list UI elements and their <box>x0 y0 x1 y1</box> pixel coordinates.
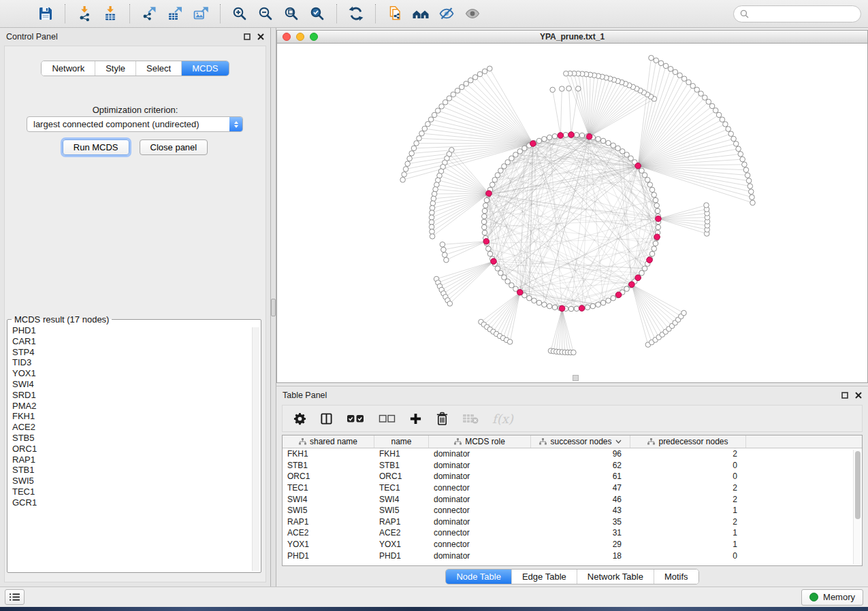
float-panel-icon[interactable] <box>244 33 251 40</box>
export-image-button[interactable] <box>188 3 214 24</box>
show-columns-button[interactable] <box>320 412 333 425</box>
mcds-result-item[interactable]: SWI4 <box>12 379 261 390</box>
table-options-gear-button[interactable] <box>293 412 306 425</box>
run-mcds-button[interactable]: Run MCDS <box>63 139 129 155</box>
select-stepper-icon <box>229 117 242 131</box>
tab-edge-table[interactable]: Edge Table <box>511 569 577 584</box>
table-row[interactable]: YOX1YOX1connector291 <box>283 539 862 550</box>
mcds-result-item[interactable]: PMA2 <box>12 401 261 412</box>
cell-shared-name: SWI5 <box>283 506 374 515</box>
open-file-button[interactable] <box>7 3 33 24</box>
table-scrollbar-thumb[interactable] <box>855 451 861 519</box>
memory-button[interactable]: Memory <box>801 589 863 606</box>
table-row[interactable]: STB1STB1dominator620 <box>283 460 862 472</box>
table-row[interactable]: FKH1FKH1dominator962 <box>283 448 862 460</box>
table-row[interactable]: SWI4SWI4dominator462 <box>283 493 862 505</box>
export-table-button[interactable] <box>162 3 188 24</box>
mcds-result-item[interactable]: TID3 <box>12 357 261 368</box>
mcds-result-item[interactable]: FKH1 <box>12 411 261 422</box>
hide-selected-button[interactable] <box>434 3 460 24</box>
mcds-result-item[interactable]: RAP1 <box>12 455 261 465</box>
cell-predecessor-nodes: 2 <box>630 517 746 527</box>
mcds-result-item[interactable]: GCR1 <box>12 497 261 508</box>
panel-splitter[interactable] <box>270 28 276 587</box>
export-network-button[interactable] <box>136 3 162 24</box>
table-row[interactable]: ORC1ORC1dominator610 <box>283 471 862 482</box>
save-session-button[interactable] <box>33 3 59 24</box>
import-network-button[interactable] <box>71 3 97 24</box>
mcds-result-item[interactable]: STP4 <box>12 347 261 358</box>
table-row[interactable]: PHD1PHD1dominator180 <box>283 550 862 561</box>
tab-network-table[interactable]: Network Table <box>577 569 654 584</box>
close-panel-icon[interactable] <box>855 392 862 399</box>
show-all-button[interactable] <box>460 3 485 24</box>
show-task-history-button[interactable] <box>5 589 25 605</box>
canvas-grip[interactable] <box>573 375 579 381</box>
first-neighbors-button[interactable] <box>408 3 434 24</box>
mcds-result-item[interactable]: PHD1 <box>12 325 261 336</box>
zoom-selected-button[interactable] <box>304 3 330 24</box>
mcds-result-item[interactable]: ORC1 <box>12 444 261 455</box>
column-header-MCDS-role[interactable]: MCDS role <box>429 435 531 448</box>
zoom-fit-button[interactable] <box>278 3 304 24</box>
optimization-criterion-select[interactable]: largest connected component (undirected) <box>27 116 243 132</box>
select-all-rows-button[interactable] <box>347 414 365 423</box>
table-row[interactable]: SWI5SWI5connector431 <box>283 505 862 516</box>
table-row[interactable]: ACE2ACE2connector311 <box>283 527 862 539</box>
table-row[interactable]: RAP1RAP1dominator352 <box>283 516 862 528</box>
import-table-button[interactable] <box>97 3 123 24</box>
tab-style[interactable]: Style <box>95 61 135 76</box>
task-list-icon <box>9 593 20 601</box>
table-row[interactable]: TEC1TEC1connector472 <box>283 482 862 494</box>
column-label: shared name <box>310 437 357 446</box>
mcds-result-item[interactable]: YOX1 <box>12 368 261 379</box>
search-field[interactable] <box>733 5 861 22</box>
column-label: name <box>391 437 411 446</box>
node-table[interactable]: shared namenameMCDS rolesuccessor nodesp… <box>282 435 863 566</box>
column-header-shared-name[interactable]: shared name <box>283 435 374 448</box>
network-canvas[interactable] <box>276 44 868 383</box>
tab-network[interactable]: Network <box>42 61 95 76</box>
column-header-successor-nodes[interactable]: successor nodes <box>531 435 630 448</box>
column-header-name[interactable]: name <box>374 435 429 448</box>
deselect-all-rows-button[interactable] <box>379 414 396 423</box>
mcds-result-item[interactable]: CAR1 <box>12 336 261 347</box>
zoom-in-button[interactable] <box>227 3 253 24</box>
cell-MCDS-role: connector <box>429 483 531 493</box>
delete-column-button[interactable] <box>436 412 449 426</box>
cell-name: FKH1 <box>374 449 429 459</box>
mcds-result-box: MCDS result (17 nodes) PHD1CAR1STP4TID3Y… <box>7 314 261 573</box>
cell-MCDS-role: connector <box>429 528 531 538</box>
share-network-document-button[interactable] <box>382 3 408 24</box>
tab-node-table[interactable]: Node Table <box>446 569 511 584</box>
mcds-result-item[interactable]: ACE2 <box>12 422 261 433</box>
cell-shared-name: SWI4 <box>283 495 374 504</box>
mcds-result-item[interactable]: SRD1 <box>12 390 261 401</box>
mcds-result-item[interactable]: STB5 <box>12 433 261 444</box>
tab-select[interactable]: Select <box>135 61 181 76</box>
refresh-view-button[interactable] <box>343 3 369 24</box>
float-panel-icon[interactable] <box>841 392 848 399</box>
network-graph[interactable] <box>277 44 867 382</box>
network-window-titlebar[interactable]: YPA_prune.txt_1 <box>276 30 868 44</box>
table-scrollbar[interactable] <box>853 450 861 564</box>
cell-MCDS-role: dominator <box>429 449 531 459</box>
mcds-result-item[interactable]: SWI5 <box>12 476 261 486</box>
mcds-result-item[interactable]: STB1 <box>12 465 261 476</box>
tab-mcds[interactable]: MCDS <box>181 61 228 76</box>
cell-successor-nodes: 47 <box>531 483 630 493</box>
close-panel-button[interactable]: Close panel <box>140 139 208 155</box>
result-list-scrollbar[interactable] <box>252 327 259 571</box>
desktop-wallpaper <box>0 607 868 611</box>
cell-predecessor-nodes: 2 <box>630 483 746 493</box>
search-input[interactable] <box>752 9 848 18</box>
zoom-out-button[interactable] <box>253 3 278 24</box>
column-header-predecessor-nodes[interactable]: predecessor nodes <box>630 435 746 448</box>
cell-predecessor-nodes: 1 <box>630 540 746 549</box>
tab-motifs[interactable]: Motifs <box>654 569 698 584</box>
add-column-button[interactable] <box>409 412 422 425</box>
mcds-result-item[interactable]: TEC1 <box>12 486 261 497</box>
network-window: YPA_prune.txt_1 <box>276 30 868 383</box>
close-panel-icon[interactable] <box>257 33 264 40</box>
splitter-grip[interactable] <box>271 299 276 316</box>
